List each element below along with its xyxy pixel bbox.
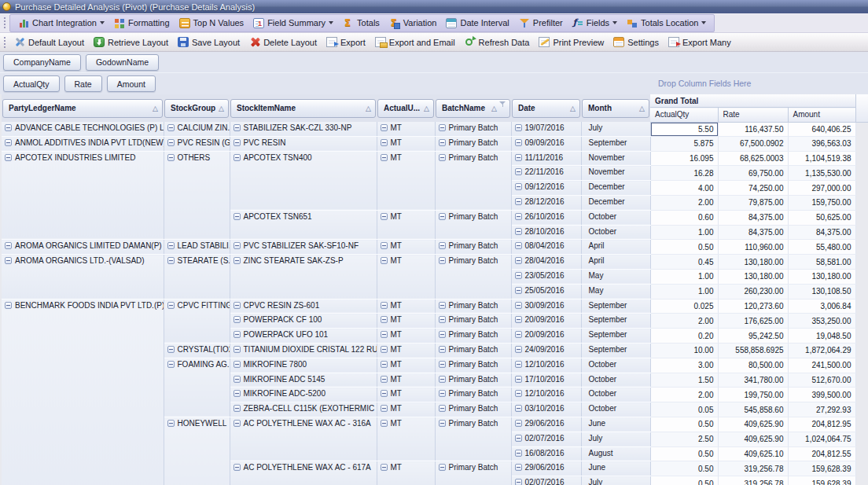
- value-cell[interactable]: 409,625.90: [718, 432, 788, 446]
- collapse-icon[interactable]: [381, 390, 388, 397]
- collapse-icon[interactable]: [234, 405, 241, 412]
- value-cell[interactable]: 0.05: [650, 402, 718, 417]
- collapse-icon[interactable]: [234, 242, 241, 249]
- value-cell[interactable]: 159,628.39: [788, 461, 855, 476]
- collapse-icon[interactable]: [515, 346, 522, 353]
- group-cell[interactable]: November: [581, 151, 650, 166]
- group-cell[interactable]: 19/07/2016: [511, 122, 581, 136]
- value-cell[interactable]: 84,375.00: [788, 225, 855, 240]
- group-cell[interactable]: July: [581, 432, 650, 446]
- collapse-icon[interactable]: [381, 464, 388, 471]
- collapse-icon[interactable]: [439, 405, 446, 412]
- group-cell[interactable]: MT: [377, 461, 435, 485]
- group-cell[interactable]: MT: [377, 329, 435, 344]
- group-cell[interactable]: April: [581, 240, 650, 255]
- export-many-button[interactable]: Export Many: [664, 36, 736, 48]
- group-cell[interactable]: TITANIUM DIOXIDE CRISTAL 122 RU...: [230, 343, 377, 358]
- group-cell[interactable]: Primary Batch: [435, 255, 511, 299]
- column-header-partyledgername[interactable]: PartyLedgerName △: [2, 99, 163, 118]
- group-cell[interactable]: May: [581, 269, 650, 284]
- group-cell[interactable]: 11/11/2016: [511, 151, 581, 166]
- value-cell[interactable]: 1.00: [650, 225, 718, 240]
- group-cell[interactable]: 29/06/2016: [511, 461, 581, 476]
- value-cell[interactable]: 640,406.25: [788, 122, 855, 136]
- group-cell[interactable]: AROMA ORGANICS LTD.-(VALSAD): [2, 255, 164, 299]
- collapse-icon[interactable]: [5, 242, 12, 249]
- value-cell[interactable]: 3,006.84: [788, 299, 855, 314]
- value-cell[interactable]: 159,628.39: [788, 476, 855, 485]
- group-cell[interactable]: 24/09/2016: [511, 343, 581, 358]
- group-cell[interactable]: 25/05/2016: [511, 284, 581, 299]
- value-cell[interactable]: 16.28: [650, 166, 718, 181]
- group-cell[interactable]: Primary Batch: [435, 343, 511, 358]
- collapse-icon[interactable]: [381, 124, 388, 131]
- sort-asc-icon[interactable]: △: [219, 105, 224, 112]
- collapse-icon[interactable]: [5, 302, 12, 309]
- group-cell[interactable]: Primary Batch: [435, 329, 511, 344]
- collapse-icon[interactable]: [439, 346, 446, 353]
- collapse-icon[interactable]: [515, 435, 522, 442]
- collapse-icon[interactable]: [381, 346, 388, 353]
- toolbar-drag-handle[interactable]: [3, 36, 6, 49]
- chart-integration-button[interactable]: Chart Integration: [13, 17, 109, 29]
- value-cell[interactable]: 4.00: [650, 181, 718, 196]
- group-cell[interactable]: October: [581, 388, 650, 402]
- value-cell[interactable]: 58,581.00: [788, 255, 855, 270]
- group-cell[interactable]: 16/08/2016: [511, 446, 581, 461]
- fields-button[interactable]: Fields: [568, 17, 622, 29]
- delete-layout-button[interactable]: Delete Layout: [245, 36, 322, 48]
- group-cell[interactable]: APCOTEX TSN651: [230, 210, 377, 240]
- group-cell[interactable]: ZINC STEARATE SAK-ZS-P: [230, 255, 377, 299]
- collapse-icon[interactable]: [5, 139, 12, 146]
- sort-asc-icon[interactable]: △: [570, 105, 576, 112]
- group-cell[interactable]: Primary Batch: [435, 314, 511, 329]
- value-cell[interactable]: 204,812.55: [788, 446, 855, 461]
- value-cell[interactable]: 558,858.6925: [718, 343, 788, 358]
- group-cell[interactable]: Primary Batch: [435, 299, 511, 314]
- collapse-icon[interactable]: [515, 464, 522, 471]
- group-cell[interactable]: MT: [377, 136, 435, 151]
- retrieve-layout-button[interactable]: Retrieve Layout: [89, 36, 173, 48]
- value-cell[interactable]: 341,780.00: [718, 373, 788, 388]
- collapse-icon[interactable]: [515, 361, 522, 368]
- collapse-icon[interactable]: [234, 376, 241, 383]
- value-cell[interactable]: 0.50: [650, 446, 718, 461]
- collapse-icon[interactable]: [515, 316, 522, 323]
- value-cell[interactable]: 10.00: [650, 343, 718, 358]
- group-cell[interactable]: ADVANCE CABLE TECHNOLOGIES (P) LTD ...: [2, 122, 164, 136]
- value-cell[interactable]: 130,108.50: [788, 284, 855, 299]
- collapse-icon[interactable]: [167, 420, 175, 427]
- group-cell[interactable]: MT: [377, 388, 435, 402]
- collapse-icon[interactable]: [515, 450, 522, 457]
- group-cell[interactable]: October: [581, 358, 650, 373]
- group-cell[interactable]: MT: [377, 343, 435, 358]
- group-cell[interactable]: 29/06/2016: [511, 417, 581, 432]
- value-cell[interactable]: 80,500.00: [718, 358, 788, 373]
- group-cell[interactable]: CRYSTAL(TIO2): [164, 343, 230, 358]
- group-cell[interactable]: APCOTEX TSN400: [230, 151, 377, 210]
- group-cell[interactable]: 28/10/2016: [511, 225, 581, 240]
- formatting-button[interactable]: Formatting: [109, 17, 175, 29]
- group-cell[interactable]: MIKROFINE ADC-5200: [230, 388, 377, 402]
- group-cell[interactable]: MT: [377, 358, 435, 373]
- value-cell[interactable]: 1,135,530.00: [788, 166, 855, 181]
- group-cell[interactable]: December: [581, 195, 650, 210]
- group-cell[interactable]: June: [581, 417, 650, 432]
- group-cell[interactable]: 28/12/2016: [511, 195, 581, 210]
- collapse-icon[interactable]: [439, 316, 446, 323]
- value-cell[interactable]: 2.00: [650, 314, 718, 329]
- value-cell[interactable]: 396,563.03: [788, 136, 855, 151]
- collapse-icon[interactable]: [515, 242, 522, 249]
- collapse-icon[interactable]: [234, 390, 241, 397]
- variation-button[interactable]: Variation: [384, 17, 442, 29]
- collapse-icon[interactable]: [439, 124, 446, 131]
- group-cell[interactable]: AC POLYETHLENE WAX AC - 316A: [230, 417, 377, 461]
- group-cell[interactable]: September: [581, 314, 650, 329]
- collapse-icon[interactable]: [439, 257, 446, 264]
- group-cell[interactable]: Primary Batch: [435, 210, 511, 240]
- group-cell[interactable]: HONEYWELL: [164, 417, 230, 485]
- collapse-icon[interactable]: [5, 154, 12, 161]
- collapse-icon[interactable]: [167, 242, 175, 249]
- group-cell[interactable]: APCOTEX INDUSTRIES LIMITED: [2, 151, 164, 240]
- value-header-amount[interactable]: Amount: [788, 108, 855, 122]
